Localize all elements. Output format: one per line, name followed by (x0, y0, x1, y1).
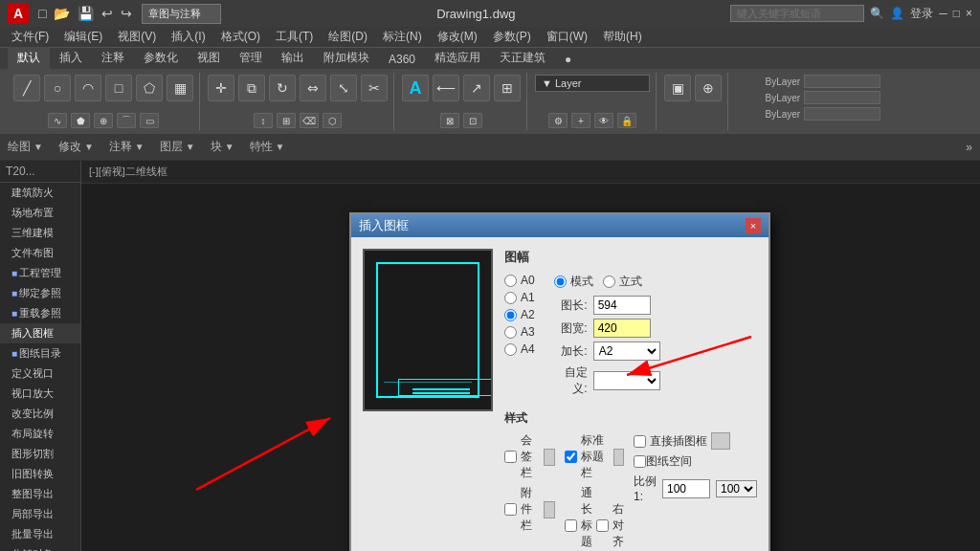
text-icon[interactable]: A (402, 75, 429, 101)
menu-item-文件(F)[interactable]: 文件(F) (4, 27, 56, 47)
sidebar-item-7[interactable]: 插入图框 (0, 323, 80, 343)
sidebar-item-14[interactable]: 旧图转换 (0, 464, 80, 484)
section-expand[interactable]: » (966, 141, 972, 154)
field-extend-select[interactable]: A2 A3 A1 (593, 342, 660, 361)
cb-biaozhun[interactable] (565, 451, 577, 463)
ann-sm2[interactable]: ⊡ (463, 113, 482, 128)
layer-sm4[interactable]: 🔒 (617, 113, 636, 128)
copy-icon[interactable]: ⧉ (238, 75, 265, 101)
ribbon-tab-0[interactable]: 默认 (8, 47, 50, 69)
draw-sm5[interactable]: ▭ (140, 113, 159, 128)
sidebar-item-18[interactable]: 分解对象 (0, 544, 80, 551)
close-btn[interactable]: × (966, 7, 972, 20)
draw-sm3[interactable]: ⊕ (94, 113, 113, 128)
radio-a1-label[interactable]: A1 (504, 291, 535, 304)
ribbon-tab-1[interactable]: 插入 (50, 47, 92, 69)
leader-icon[interactable]: ↗ (463, 75, 490, 101)
menu-item-参数(P)[interactable]: 参数(P) (485, 27, 539, 47)
dim-icon[interactable]: ⟵ (433, 75, 459, 101)
menu-item-编辑(E)[interactable]: 编辑(E) (56, 27, 110, 47)
cb-huiqianlan[interactable] (504, 451, 517, 463)
cb-youduiqi[interactable] (596, 519, 609, 532)
section-annotate[interactable]: 注释 ▼ (109, 139, 145, 155)
table-icon[interactable]: ⊞ (494, 75, 521, 101)
insert-block-icon[interactable]: ⊕ (695, 75, 722, 101)
radio-a0[interactable] (504, 275, 517, 287)
mirror-icon[interactable]: ⇔ (300, 75, 326, 101)
ribbon-tab-2[interactable]: 注释 (92, 47, 134, 69)
insert-frame-dialog[interactable]: 插入图框 × (349, 212, 770, 551)
menu-item-视图(V)[interactable]: 视图(V) (110, 27, 164, 47)
radio-a2-label[interactable]: A2 (504, 308, 535, 321)
sidebar-item-10[interactable]: 视口放大 (0, 384, 80, 404)
new-icon[interactable]: □ (36, 4, 48, 23)
sidebar-item-13[interactable]: 图形切割 (0, 444, 80, 464)
open-icon[interactable]: 📂 (52, 4, 72, 23)
sidebar-item-6[interactable]: ■重载参照 (0, 303, 80, 323)
redo-icon[interactable]: ↪ (119, 4, 134, 23)
radio-a2[interactable] (504, 309, 517, 321)
menu-item-窗口(W)[interactable]: 窗口(W) (539, 27, 595, 47)
ribbon-tab-4[interactable]: 视图 (188, 47, 230, 69)
drawing-area[interactable]: 插入图框 × (81, 184, 980, 551)
save-icon[interactable]: 💾 (76, 4, 96, 23)
field-width-input[interactable] (593, 319, 651, 338)
menu-item-绘图(D)[interactable]: 绘图(D) (321, 27, 375, 47)
layer-dropdown[interactable]: ▼ Layer (535, 75, 650, 92)
search-input[interactable] (730, 5, 864, 22)
field-length-input[interactable] (593, 296, 651, 315)
scale-input[interactable] (662, 479, 710, 498)
ribbon-tab-9[interactable]: 精选应用 (425, 47, 490, 69)
radio-a4-label[interactable]: A4 (504, 342, 535, 356)
move-icon[interactable]: ✛ (208, 75, 234, 101)
layer-sm1[interactable]: ⚙ (548, 113, 568, 128)
draw-sm2[interactable]: ⬟ (71, 113, 90, 128)
rotate-icon[interactable]: ↻ (269, 75, 296, 101)
login-label[interactable]: 登录 (910, 6, 933, 22)
sidebar-item-12[interactable]: 布局旋转 (0, 424, 80, 444)
rect-icon[interactable]: □ (105, 75, 132, 101)
ribbon-tab-6[interactable]: 输出 (272, 47, 314, 69)
section-modify[interactable]: 修改 ▼ (58, 139, 94, 155)
menu-item-插入(I)[interactable]: 插入(I) (164, 27, 212, 47)
menu-item-工具(T)[interactable]: 工具(T) (268, 27, 321, 47)
user-icon[interactable]: 👤 (890, 7, 904, 20)
poly-icon[interactable]: ⬠ (136, 75, 163, 101)
sidebar-item-0[interactable]: 建筑防火 (0, 183, 80, 203)
sidebar-item-11[interactable]: 改变比例 (0, 404, 80, 424)
sidebar-item-9[interactable]: 定义视口 (0, 364, 80, 384)
mode-radio-label[interactable]: 模式 (554, 274, 593, 290)
arc-icon[interactable]: ◠ (75, 75, 101, 101)
block-icon[interactable]: ▣ (664, 75, 691, 101)
circle-icon[interactable]: ○ (44, 75, 71, 101)
mode-radio[interactable] (554, 276, 567, 288)
ribbon-tab-8[interactable]: A360 (379, 50, 425, 69)
menu-item-格式(O)[interactable]: 格式(O) (213, 27, 268, 47)
ann-sm1[interactable]: ⊠ (440, 113, 459, 128)
radio-a4[interactable] (504, 343, 517, 356)
sidebar-item-17[interactable]: 批量导出 (0, 524, 80, 544)
sidebar-item-4[interactable]: ■工程管理 (0, 263, 80, 283)
radio-a3[interactable] (504, 326, 517, 339)
undo-icon[interactable]: ↩ (100, 4, 115, 23)
sidebar-item-16[interactable]: 局部导出 (0, 504, 80, 524)
section-layer[interactable]: 图层 ▼ (160, 139, 195, 155)
search-icon[interactable]: 🔍 (870, 7, 884, 20)
field-custom-select[interactable] (593, 371, 660, 390)
ribbon-tab-3[interactable]: 参数化 (134, 47, 188, 69)
cb-zhijie[interactable] (634, 435, 646, 448)
section-draw[interactable]: 绘图 ▼ (8, 139, 43, 155)
maximize-btn[interactable]: □ (953, 7, 960, 20)
draw-sm4[interactable]: ⌒ (117, 113, 136, 128)
trim-icon[interactable]: ✂ (361, 75, 388, 101)
menu-item-标注(N)[interactable]: 标注(N) (375, 27, 430, 47)
sidebar-item-15[interactable]: 整图导出 (0, 484, 80, 504)
sidebar-item-2[interactable]: 三维建模 (0, 223, 80, 243)
layer-sm2[interactable]: + (571, 113, 590, 128)
portrait-radio-label[interactable]: 立式 (603, 274, 642, 290)
cb-fujianlan-icon[interactable]: ⊞ (544, 501, 555, 518)
cb-tongchang[interactable] (565, 519, 577, 532)
sidebar-item-5[interactable]: ■绑定参照 (0, 283, 80, 303)
mod-sm2[interactable]: ⊞ (277, 113, 296, 128)
mod-sm4[interactable]: ⬡ (323, 113, 342, 128)
